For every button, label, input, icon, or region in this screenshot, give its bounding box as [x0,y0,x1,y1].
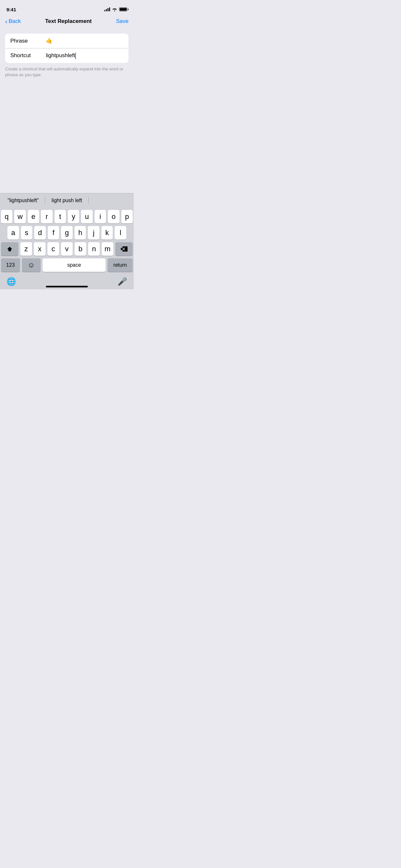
hint-text: Create a shortcut that will automaticall… [5,66,128,78]
globe-icon[interactable]: 🌐 [6,277,16,286]
key-f[interactable]: f [48,226,59,240]
shortcut-value: lightpushleft [46,52,123,59]
key-q[interactable]: q [1,210,12,223]
signal-icon [104,7,110,11]
form-card: Phrase 🤙 Shortcut lightpushleft [5,34,128,63]
key-w[interactable]: w [14,210,26,223]
autocomplete-item-3 [89,198,132,203]
key-s[interactable]: s [21,226,33,240]
text-cursor [75,53,76,59]
status-icons [104,7,127,11]
shift-icon [6,246,13,252]
num-key[interactable]: 123 [1,258,20,272]
key-l[interactable]: l [115,226,126,240]
page-title: Text Replacement [45,18,92,25]
wifi-icon [112,7,117,11]
home-indicator [46,286,88,287]
shift-key[interactable] [1,242,19,256]
key-row-1: q w e r t y u i o p [1,210,133,223]
key-v[interactable]: v [61,242,73,256]
status-bar: 9:41 [0,0,134,14]
microphone-icon[interactable]: 🎤 [118,277,127,286]
back-label: Back [9,18,21,25]
key-t[interactable]: t [55,210,66,223]
key-z[interactable]: z [20,242,32,256]
autocomplete-item-1[interactable]: "lightpushleft" [1,195,45,206]
key-r[interactable]: r [41,210,52,223]
nav-bar: ‹ Back Text Replacement Save [0,14,134,28]
autocomplete-bar: "lightpushleft" light push left [0,193,134,207]
return-key[interactable]: return [107,258,133,272]
phrase-label: Phrase [10,38,46,44]
key-row-2: a s d f g h j k l [1,226,133,240]
key-c[interactable]: c [48,242,59,256]
key-h[interactable]: h [74,226,86,240]
key-x[interactable]: x [34,242,45,256]
phrase-value: 🤙 [46,37,123,44]
key-e[interactable]: e [28,210,39,223]
emoji-key[interactable]: ☺ [22,258,41,272]
delete-icon [120,246,127,252]
back-button[interactable]: ‹ Back [5,18,21,25]
key-k[interactable]: k [101,226,113,240]
content-area [0,78,134,188]
shortcut-label: Shortcut [10,52,46,59]
key-o[interactable]: o [108,210,119,223]
delete-key[interactable] [115,242,133,256]
key-a[interactable]: a [7,226,19,240]
phrase-row[interactable]: Phrase 🤙 [5,34,128,49]
key-u[interactable]: u [81,210,92,223]
autocomplete-item-2[interactable]: light push left [45,195,89,206]
key-row-bottom: 123 ☺ space return [1,258,133,272]
key-i[interactable]: i [95,210,106,223]
key-row-3: z x c v b n m [1,242,133,256]
key-y[interactable]: y [68,210,79,223]
save-button[interactable]: Save [116,18,128,25]
shortcut-row[interactable]: Shortcut lightpushleft [5,49,128,63]
status-time: 9:41 [6,7,16,12]
key-b[interactable]: b [74,242,86,256]
key-p[interactable]: p [121,210,133,223]
key-m[interactable]: m [102,242,113,256]
key-n[interactable]: n [88,242,100,256]
key-d[interactable]: d [34,226,46,240]
space-key[interactable]: space [42,258,105,272]
keyboard-rows: q w e r t y u i o p a s d f g h j k l [0,207,134,275]
keyboard[interactable]: "lightpushleft" light push left q w e r … [0,193,134,289]
back-chevron-icon: ‹ [5,18,7,25]
key-g[interactable]: g [61,226,73,240]
battery-icon [119,7,127,11]
key-j[interactable]: j [88,226,99,240]
